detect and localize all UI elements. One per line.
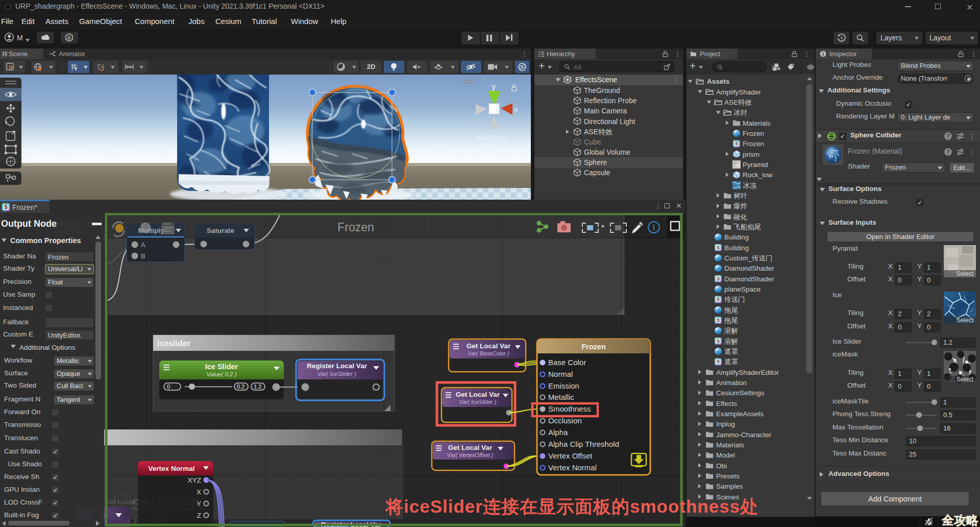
svg-text:Frozen: Frozen [743,140,764,148]
svg-text:A: A [141,241,145,249]
svg-text:Alpha Clip Threshold: Alpha Clip Threshold [548,440,619,448]
svg-text:AmplifyShaderEditor: AmplifyShaderEditor [716,369,779,376]
svg-text:Get Local Var: Get Local Var [448,444,493,451]
svg-text:Main Camera: Main Camera [584,107,627,115]
svg-text:Effects: Effects [716,400,737,408]
svg-text:Register Local Var: Register Local Var [307,362,368,370]
svg-text:冰封: 冰封 [733,109,747,116]
svg-text:Ice Slider: Ice Slider [205,363,238,371]
svg-text:ASE特效: ASE特效 [724,99,752,106]
svg-text:Jammo-Character: Jammo-Character [716,431,772,439]
svg-text:Var( IceSlider ): Var( IceSlider ) [459,399,497,405]
svg-text:Frozen: Frozen [337,221,374,234]
svg-text:ASE特效: ASE特效 [584,128,612,136]
svg-text:ExampleAssets: ExampleAssets [716,410,764,418]
svg-text:Get Local Var: Get Local Var [467,342,511,350]
svg-text:Materials: Materials [716,441,744,449]
svg-text:0.2: 0.2 [237,384,244,390]
svg-text:Smoothness: Smoothness [548,404,591,413]
svg-text:Inplug: Inplug [716,420,735,428]
svg-text:Assets: Assets [707,78,729,85]
svg-text:Materials: Materials [743,119,771,127]
svg-text:Sphere: Sphere [584,158,607,166]
svg-text:DiamondShader: DiamondShader [724,265,774,272]
svg-text:Var( BaseColor ): Var( BaseColor ) [468,350,509,356]
svg-text:TheGround: TheGround [584,86,620,94]
svg-text:iceslider: iceslider [157,339,190,348]
svg-text:DiamondShader: DiamondShader [724,275,774,283]
svg-text:Y: Y [75,67,78,71]
svg-text:XYZ: XYZ [188,476,201,484]
svg-text:Var( VertexOffset ): Var( VertexOffset ) [447,452,494,458]
svg-text:Z: Z [197,512,201,519]
svg-text:Select: Select [957,317,974,324]
svg-text:Animation: Animation [716,379,747,387]
svg-text:Vertex Normal: Vertex Normal [149,465,195,472]
svg-text:溶解: 溶解 [724,327,738,334]
svg-text:Reflection Probe: Reflection Probe [584,97,637,105]
svg-text:Base Color: Base Color [548,358,586,367]
svg-text:EffectsScene: EffectsScene [575,76,617,84]
svg-text:0: 0 [167,384,170,390]
svg-text:Normal: Normal [548,370,573,378]
svg-text:冰冻: 冰冻 [743,182,757,189]
svg-text:Cube: Cube [584,138,601,146]
svg-text:遮罩: 遮罩 [724,358,739,366]
svg-text:传送门: 传送门 [724,296,745,303]
svg-text:融化: 融化 [733,213,748,221]
svg-text:CesiumSettings: CesiumSettings [716,389,765,397]
svg-text:Directional Light: Directional Light [584,117,635,126]
svg-text:Obi: Obi [716,462,727,470]
svg-text:Samples: Samples [716,483,743,490]
svg-text:Rock_low: Rock_low [743,171,773,179]
svg-text:Building: Building [724,233,749,241]
svg-text:Y: Y [197,500,201,508]
svg-text:Select: Select [957,376,974,383]
svg-text:遮罩: 遮罩 [724,348,739,355]
svg-text:S: S [4,204,8,210]
svg-text:树叶: 树叶 [733,192,748,200]
svg-text:爆炸: 爆炸 [733,202,748,210]
svg-text:Vertex Offset: Vertex Offset [548,451,593,460]
svg-text:Capsule: Capsule [584,169,610,177]
svg-text:x: x [514,105,518,113]
svg-text:Var( IceSlider ): Var( IceSlider ) [317,371,356,377]
svg-text:飞船焰尾: 飞船焰尾 [733,223,761,231]
svg-text:拖尾: 拖尾 [724,317,738,324]
svg-text:Metallic: Metallic [548,393,574,401]
svg-text:Pyramid: Pyramid [743,161,768,169]
svg-text:1.2: 1.2 [254,384,261,390]
svg-text:D: D [67,35,71,40]
svg-text:Persp: Persp [484,133,506,143]
svg-text:Select: Select [957,270,974,277]
svg-text:Vertex Normal: Vertex Normal [548,463,597,472]
svg-text:Model: Model [716,451,735,459]
svg-text:X: X [197,488,201,496]
svg-text:Frozen: Frozen [581,343,606,351]
svg-text:Presets: Presets [716,472,740,480]
svg-text:拖尾: 拖尾 [724,306,738,314]
svg-text:Alpha: Alpha [548,428,568,437]
svg-text:Value( 0.2 ): Value( 0.2 ) [206,371,236,377]
svg-text:Get Local Var: Get Local Var [456,391,500,398]
svg-text:B: B [141,252,145,260]
svg-text:i: i [653,223,655,231]
svg-text:Building: Building [724,244,749,252]
svg-text:Custom_传送门: Custom_传送门 [724,254,773,262]
svg-text:Global Volume: Global Volume [584,148,630,156]
svg-text:Frozen: Frozen [743,130,764,137]
svg-text:⋮: ⋮ [673,77,679,84]
svg-text:y: y [492,82,496,91]
svg-text:Emission: Emission [548,381,579,390]
svg-text:溶解: 溶解 [724,338,738,345]
svg-text:planeSpace: planeSpace [724,285,761,293]
svg-text:prism: prism [743,151,760,158]
svg-text:AmplifyShader: AmplifyShader [716,88,761,96]
svg-text:Occlusion: Occlusion [548,416,582,425]
svg-text:Saturate: Saturate [207,227,235,234]
